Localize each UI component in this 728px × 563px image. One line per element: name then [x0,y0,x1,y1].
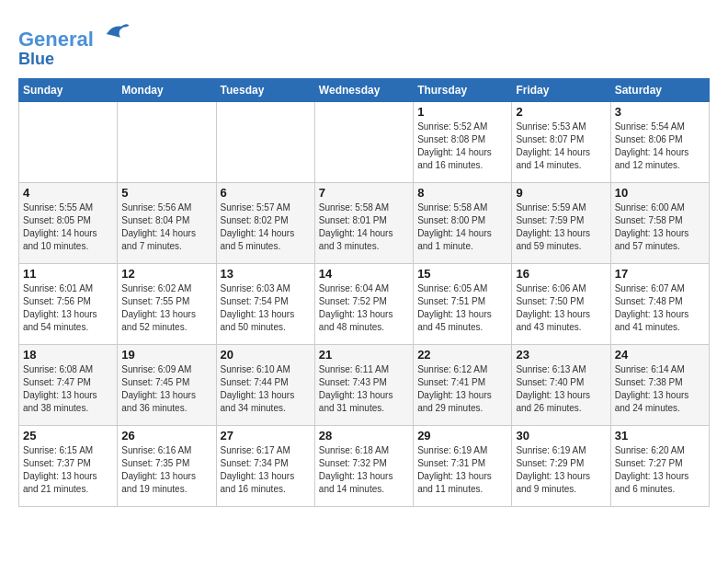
day-info: Sunrise: 6:12 AM Sunset: 7:41 PM Dayligh… [417,363,507,415]
calendar-cell: 26Sunrise: 6:16 AM Sunset: 7:35 PM Dayli… [118,425,216,506]
logo-bird-icon [103,18,131,46]
day-info: Sunrise: 6:11 AM Sunset: 7:43 PM Dayligh… [319,363,409,415]
header-day-monday: Monday [118,78,216,101]
day-number: 3 [615,105,705,119]
calendar-cell: 8Sunrise: 5:58 AM Sunset: 8:00 PM Daylig… [414,182,512,263]
header-day-thursday: Thursday [414,78,512,101]
day-number: 27 [221,429,311,442]
day-info: Sunrise: 5:55 AM Sunset: 8:05 PM Dayligh… [23,201,113,253]
calendar-cell: 19Sunrise: 6:09 AM Sunset: 7:45 PM Dayli… [118,344,216,425]
header-day-friday: Friday [512,78,610,101]
day-number: 9 [516,186,606,200]
logo-text: General [18,18,131,51]
day-info: Sunrise: 6:13 AM Sunset: 7:40 PM Dayligh… [516,363,606,415]
day-info: Sunrise: 5:58 AM Sunset: 8:00 PM Dayligh… [417,201,507,253]
day-number: 7 [319,186,409,200]
calendar-cell: 27Sunrise: 6:17 AM Sunset: 7:34 PM Dayli… [216,425,314,506]
day-number: 14 [319,267,409,281]
calendar-cell: 11Sunrise: 6:01 AM Sunset: 7:56 PM Dayli… [19,263,118,344]
day-number: 1 [417,105,507,119]
day-number: 13 [221,267,311,281]
calendar-cell [314,101,413,182]
day-info: Sunrise: 5:57 AM Sunset: 8:02 PM Dayligh… [221,201,311,253]
calendar-cell: 25Sunrise: 6:15 AM Sunset: 7:37 PM Dayli… [19,425,118,506]
calendar-cell: 15Sunrise: 6:05 AM Sunset: 7:51 PM Dayli… [414,263,512,344]
calendar-cell: 9Sunrise: 5:59 AM Sunset: 7:59 PM Daylig… [512,182,610,263]
day-info: Sunrise: 6:05 AM Sunset: 7:51 PM Dayligh… [417,282,507,334]
day-number: 31 [615,429,705,442]
day-info: Sunrise: 6:04 AM Sunset: 7:52 PM Dayligh… [319,282,409,334]
calendar-cell [216,101,314,182]
calendar-cell: 12Sunrise: 6:02 AM Sunset: 7:55 PM Dayli… [118,263,216,344]
day-number: 6 [221,186,311,200]
day-number: 11 [23,267,113,281]
day-info: Sunrise: 6:20 AM Sunset: 7:27 PM Dayligh… [615,444,705,496]
day-number: 18 [23,348,113,362]
calendar-week-0: 1Sunrise: 5:52 AM Sunset: 8:08 PM Daylig… [19,101,710,182]
day-number: 16 [516,267,606,281]
calendar-week-1: 4Sunrise: 5:55 AM Sunset: 8:05 PM Daylig… [19,182,710,263]
day-info: Sunrise: 6:08 AM Sunset: 7:47 PM Dayligh… [23,363,113,415]
day-info: Sunrise: 6:16 AM Sunset: 7:35 PM Dayligh… [121,444,211,496]
calendar-cell: 30Sunrise: 6:19 AM Sunset: 7:29 PM Dayli… [512,425,610,506]
calendar-cell: 28Sunrise: 6:18 AM Sunset: 7:32 PM Dayli… [314,425,413,506]
calendar-cell: 22Sunrise: 6:12 AM Sunset: 7:41 PM Dayli… [414,344,512,425]
day-number: 21 [319,348,409,362]
day-info: Sunrise: 5:53 AM Sunset: 8:07 PM Dayligh… [516,121,606,172]
day-info: Sunrise: 5:52 AM Sunset: 8:08 PM Dayligh… [417,121,507,172]
calendar-cell: 10Sunrise: 6:00 AM Sunset: 7:58 PM Dayli… [610,182,709,263]
calendar-cell: 14Sunrise: 6:04 AM Sunset: 7:52 PM Dayli… [314,263,413,344]
calendar-cell: 23Sunrise: 6:13 AM Sunset: 7:40 PM Dayli… [512,344,610,425]
calendar-cell: 18Sunrise: 6:08 AM Sunset: 7:47 PM Dayli… [19,344,118,425]
calendar-cell [118,101,216,182]
calendar-cell: 20Sunrise: 6:10 AM Sunset: 7:44 PM Dayli… [216,344,314,425]
day-info: Sunrise: 6:17 AM Sunset: 7:34 PM Dayligh… [221,444,311,496]
logo-blue: Blue [18,51,131,69]
logo: General Blue [18,18,131,69]
day-number: 30 [516,429,606,442]
day-info: Sunrise: 6:02 AM Sunset: 7:55 PM Dayligh… [121,282,211,334]
day-info: Sunrise: 6:19 AM Sunset: 7:31 PM Dayligh… [417,444,507,496]
header-day-wednesday: Wednesday [314,78,413,101]
day-info: Sunrise: 6:14 AM Sunset: 7:38 PM Dayligh… [615,363,705,415]
calendar-cell: 29Sunrise: 6:19 AM Sunset: 7:31 PM Dayli… [414,425,512,506]
calendar-cell: 5Sunrise: 5:56 AM Sunset: 8:04 PM Daylig… [118,182,216,263]
calendar-cell: 3Sunrise: 5:54 AM Sunset: 8:06 PM Daylig… [610,101,709,182]
day-number: 19 [121,348,211,362]
day-info: Sunrise: 6:15 AM Sunset: 7:37 PM Dayligh… [23,444,113,496]
calendar-body: 1Sunrise: 5:52 AM Sunset: 8:08 PM Daylig… [19,101,710,506]
calendar-cell: 31Sunrise: 6:20 AM Sunset: 7:27 PM Dayli… [610,425,709,506]
calendar-cell: 1Sunrise: 5:52 AM Sunset: 8:08 PM Daylig… [414,101,512,182]
header-day-tuesday: Tuesday [216,78,314,101]
day-number: 2 [516,105,606,119]
calendar-cell: 13Sunrise: 6:03 AM Sunset: 7:54 PM Dayli… [216,263,314,344]
day-info: Sunrise: 6:09 AM Sunset: 7:45 PM Dayligh… [121,363,211,415]
day-number: 23 [516,348,606,362]
day-info: Sunrise: 6:06 AM Sunset: 7:50 PM Dayligh… [516,282,606,334]
day-number: 26 [121,429,211,442]
day-number: 15 [417,267,507,281]
day-info: Sunrise: 5:58 AM Sunset: 8:01 PM Dayligh… [319,201,409,253]
day-number: 24 [615,348,705,362]
calendar-cell: 6Sunrise: 5:57 AM Sunset: 8:02 PM Daylig… [216,182,314,263]
day-number: 29 [417,429,507,442]
calendar-cell: 2Sunrise: 5:53 AM Sunset: 8:07 PM Daylig… [512,101,610,182]
day-info: Sunrise: 6:19 AM Sunset: 7:29 PM Dayligh… [516,444,606,496]
day-number: 8 [417,186,507,200]
day-number: 25 [23,429,113,442]
calendar-cell: 17Sunrise: 6:07 AM Sunset: 7:48 PM Dayli… [610,263,709,344]
day-number: 20 [221,348,311,362]
day-number: 28 [319,429,409,442]
header-day-sunday: Sunday [19,78,118,101]
calendar-cell: 4Sunrise: 5:55 AM Sunset: 8:05 PM Daylig… [19,182,118,263]
day-info: Sunrise: 6:10 AM Sunset: 7:44 PM Dayligh… [221,363,311,415]
calendar-cell: 7Sunrise: 5:58 AM Sunset: 8:01 PM Daylig… [314,182,413,263]
header-day-saturday: Saturday [610,78,709,101]
calendar-cell: 16Sunrise: 6:06 AM Sunset: 7:50 PM Dayli… [512,263,610,344]
day-number: 12 [121,267,211,281]
calendar-cell [19,101,118,182]
day-info: Sunrise: 6:07 AM Sunset: 7:48 PM Dayligh… [615,282,705,334]
day-info: Sunrise: 6:01 AM Sunset: 7:56 PM Dayligh… [23,282,113,334]
calendar-cell: 21Sunrise: 6:11 AM Sunset: 7:43 PM Dayli… [314,344,413,425]
calendar-table: SundayMondayTuesdayWednesdayThursdayFrid… [18,78,710,507]
